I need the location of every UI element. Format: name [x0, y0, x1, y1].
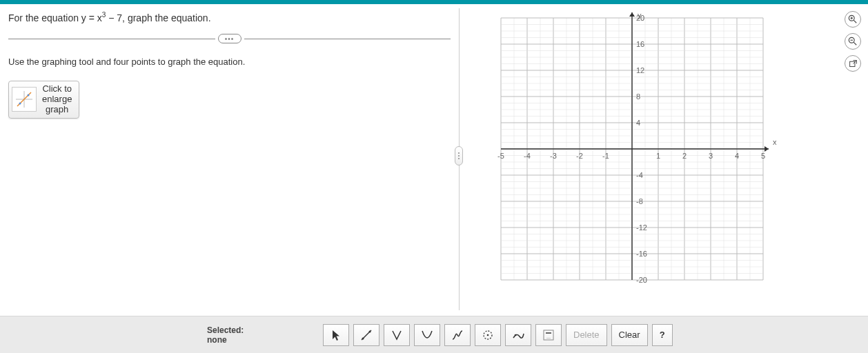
divider-line [244, 39, 451, 39]
enlarge-line3: graph [46, 104, 68, 114]
svg-rect-100 [849, 61, 854, 66]
svg-text:5: 5 [761, 152, 765, 160]
graph-panel: -5-4-3-2-11234520161284-4-8-12-16-20xy [460, 4, 868, 316]
cubic-tool[interactable] [444, 324, 471, 346]
svg-text:1: 1 [656, 152, 660, 160]
popout-button[interactable] [845, 55, 861, 72]
clear-button[interactable]: Clear [611, 324, 648, 346]
graph-view-tools [845, 11, 861, 72]
svg-text:-12: -12 [636, 223, 647, 232]
parabola-tool[interactable] [414, 324, 440, 346]
svg-point-3 [19, 103, 21, 105]
svg-text:4: 4 [735, 152, 739, 160]
svg-text:---: --- [546, 336, 551, 340]
svg-text:-20: -20 [636, 276, 647, 284]
question-text: For the equation y = x3 − 7, graph the e… [8, 12, 451, 23]
svg-point-103 [362, 337, 364, 339]
selected-label: Selected: [207, 325, 244, 335]
svg-text:x: x [773, 138, 777, 146]
question-prefix: For the equation y = x [8, 12, 102, 23]
svg-text:-2: -2 [576, 152, 583, 160]
svg-text:-4: -4 [636, 171, 643, 179]
svg-text:-5: -5 [497, 152, 504, 160]
enlarge-line2: enlarge [42, 94, 72, 104]
svg-text:12: 12 [636, 66, 644, 74]
more-options-button[interactable]: ••• [218, 34, 241, 43]
svg-line-98 [854, 42, 856, 45]
svg-point-106 [487, 334, 489, 336]
svg-line-94 [854, 20, 856, 23]
svg-text:-4: -4 [524, 152, 531, 160]
absolute-value-tool[interactable] [384, 324, 410, 346]
svg-text:-8: -8 [636, 197, 643, 205]
divider: ••• [8, 33, 451, 44]
svg-point-107 [515, 334, 517, 336]
enlarge-label: Click to enlarge graph [42, 84, 72, 115]
selected-value: none [207, 335, 244, 345]
svg-point-104 [369, 330, 371, 332]
pointer-tool[interactable] [323, 324, 349, 346]
tool-buttons: --- Delete Clear ? [323, 324, 673, 346]
question-pane: For the equation y = x3 − 7, graph the e… [0, 4, 459, 316]
main-content: For the equation y = x3 − 7, graph the e… [0, 4, 868, 316]
coordinate-grid[interactable]: -5-4-3-2-11234520161284-4-8-12-16-20xy [487, 11, 777, 287]
help-button[interactable]: ? [652, 324, 673, 346]
svg-text:4: 4 [636, 119, 640, 127]
svg-text:-1: -1 [602, 152, 609, 160]
svg-text:-16: -16 [636, 250, 647, 258]
svg-text:y: y [638, 11, 642, 19]
selection-status: Selected: none [207, 325, 244, 345]
enlarge-graph-button[interactable]: Click to enlarge graph [8, 81, 79, 119]
zoom-out-button[interactable] [845, 33, 861, 50]
svg-text:8: 8 [636, 92, 640, 101]
point-tool[interactable] [505, 324, 531, 346]
enlarge-line1: Click to [42, 83, 72, 94]
svg-text:16: 16 [636, 40, 644, 48]
delete-button[interactable]: Delete [566, 324, 607, 346]
svg-marker-69 [765, 146, 769, 152]
instruction-text: Use the graphing tool and four points to… [8, 57, 451, 67]
graph-toolbar: Selected: none --- Delete Clear ? [0, 316, 868, 353]
divider-line [8, 39, 215, 39]
graph-thumbnail-icon [12, 87, 37, 112]
line-tool[interactable] [353, 324, 379, 346]
question-suffix: − 7, graph the equation. [106, 12, 210, 23]
svg-text:3: 3 [709, 152, 713, 160]
svg-marker-70 [629, 12, 635, 17]
fraction-tool[interactable]: --- [535, 324, 562, 346]
svg-point-4 [28, 94, 30, 97]
svg-text:2: 2 [682, 152, 687, 160]
svg-text:-3: -3 [550, 152, 557, 160]
circle-tool[interactable] [475, 324, 501, 346]
zoom-in-button[interactable] [845, 11, 861, 28]
